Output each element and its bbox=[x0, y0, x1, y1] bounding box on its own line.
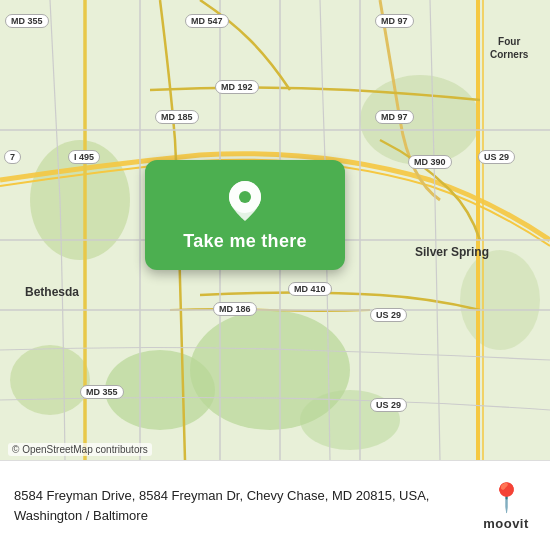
moovit-logo-text: moovit bbox=[483, 516, 529, 531]
road-label-md186: MD 186 bbox=[213, 302, 257, 316]
road-label-md355-bot: MD 355 bbox=[80, 385, 124, 399]
road-label-us29-top: US 29 bbox=[478, 150, 515, 164]
info-bar: 8584 Freyman Drive, 8584 Freyman Dr, Che… bbox=[0, 460, 550, 550]
road-label-md185: MD 185 bbox=[155, 110, 199, 124]
road-label-us29-mid: US 29 bbox=[370, 308, 407, 322]
map-container: MD 355 MD 547 MD 97 MD 192 MD 185 MD 97 … bbox=[0, 0, 550, 460]
place-label-four-corners: FourCorners bbox=[490, 35, 528, 61]
road-label-us29-bot: US 29 bbox=[370, 398, 407, 412]
svg-point-6 bbox=[10, 345, 90, 415]
road-label-i495: I 495 bbox=[68, 150, 100, 164]
road-label-md355-top: MD 355 bbox=[5, 14, 49, 28]
svg-point-5 bbox=[460, 250, 540, 350]
moovit-logo: 📍 moovit bbox=[476, 481, 536, 531]
take-me-there-label: Take me there bbox=[183, 231, 307, 252]
road-label-7: 7 bbox=[4, 150, 21, 164]
moovit-logo-icon: 📍 bbox=[489, 481, 524, 514]
address-text: 8584 Freyman Drive, 8584 Freyman Dr, Che… bbox=[14, 486, 466, 525]
place-label-bethesda: Bethesda bbox=[25, 285, 79, 299]
road-label-md97-top: MD 97 bbox=[375, 14, 414, 28]
osm-attribution: © OpenStreetMap contributors bbox=[8, 443, 152, 456]
road-label-md192: MD 192 bbox=[215, 80, 259, 94]
road-label-md547: MD 547 bbox=[185, 14, 229, 28]
take-me-there-button[interactable]: Take me there bbox=[145, 160, 345, 270]
road-label-md410: MD 410 bbox=[288, 282, 332, 296]
location-pin-icon bbox=[227, 179, 263, 223]
place-label-silver-spring: Silver Spring bbox=[415, 245, 489, 259]
road-label-md97-mid: MD 97 bbox=[375, 110, 414, 124]
svg-point-19 bbox=[239, 191, 251, 203]
road-label-md390: MD 390 bbox=[408, 155, 452, 169]
